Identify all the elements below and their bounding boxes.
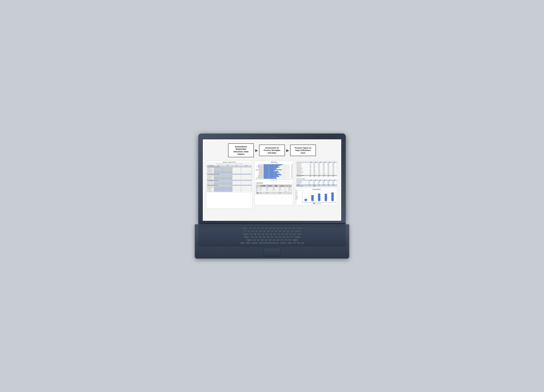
key-d[interactable]: D [259,236,262,238]
key-lbracket[interactable]: [ [289,233,292,236]
key-f3[interactable]: F3 [257,227,260,230]
key-backspace[interactable]: ← [294,230,301,233]
key-slash[interactable]: / [288,239,292,241]
key-r[interactable]: R [261,233,265,236]
key-s[interactable]: S [254,236,258,238]
chart-legend: Cash Flow Savings [298,203,336,204]
key-4[interactable]: 4 [259,230,262,233]
key-opt-right[interactable]: opt [287,242,292,244]
key-0[interactable]: 0 [283,230,286,233]
key-backtick[interactable]: ` [243,230,246,233]
key-2[interactable]: 2 [251,230,254,233]
key-f2[interactable]: F2 [253,227,256,230]
key-f1[interactable]: F1 [249,227,252,230]
maturity-row: Internal Solutions of Scheduling3.00 [255,170,292,171]
key-comma[interactable]: , [280,239,284,241]
doc1-preview: Operations / Logistics Practices Assessm… [206,161,252,209]
key-arrow-right[interactable]: → [301,242,304,244]
key-g[interactable]: G [266,236,270,238]
key-cmd-right[interactable]: ⌘ [280,242,287,244]
key-arrow-left[interactable]: ← [293,242,296,244]
key-q[interactable]: Q [249,233,253,236]
table-row: Other Ownership Costs(2)(23)(23)(34)(47)… [296,169,337,170]
key-v[interactable]: V [265,239,268,241]
key-5[interactable]: 5 [263,230,266,233]
key-rbracket[interactable]: ] [293,233,296,236]
key-a[interactable]: A [251,236,254,238]
table-row: Procurement [207,190,252,191]
table-row: Gain/Loss on Sale(12)(60)(63)(58)(43)(23… [296,164,337,165]
key-esc[interactable]: esc [241,227,248,230]
key-quote[interactable]: ' [290,236,293,238]
legend-box [313,203,315,204]
key-f12[interactable]: F12 [292,227,296,230]
key-h[interactable]: H [270,236,274,238]
table-row: Impact on Operating Income4081,0801,2941… [296,175,337,176]
key-1[interactable]: 1 [247,230,250,233]
key-enter[interactable]: enter [294,236,301,238]
key-space[interactable] [259,242,279,244]
key-caps[interactable]: caps [243,236,250,238]
key-l[interactable]: L [282,236,285,238]
capability-section: Capability Maturity Technology Alignment… [255,182,292,195]
camera-dot-right [275,137,276,138]
key-arrow-updown[interactable]: ↑↓ [297,242,300,244]
key-f5[interactable]: F5 [265,227,268,230]
key-w[interactable]: W [254,233,257,236]
key-6[interactable]: 6 [267,230,270,233]
key-ctrl[interactable]: ctrl [240,242,245,244]
maturity-row: Vendor/Carrier Management3.20 [255,177,292,178]
key-tab[interactable]: tab [242,233,249,236]
key-shift-left[interactable]: shift [246,239,252,241]
key-x[interactable]: X [257,239,260,241]
key-e[interactable]: E [257,233,261,236]
key-f7[interactable]: F7 [272,227,276,230]
step2-box: Assessment of Process Strengths and Gaps [259,144,285,156]
table-row: KPI Tracking [207,189,252,190]
key-f8[interactable]: F8 [276,227,280,230]
table-row: Calibration & Repair Costs(20)(86)(139)(… [296,168,337,169]
key-n[interactable]: N [272,239,276,241]
key-f11[interactable]: F11 [288,227,292,230]
key-backslash[interactable]: \ [297,233,302,236]
key-y[interactable]: Y [269,233,273,236]
key-f10[interactable]: F10 [284,227,288,230]
key-p[interactable]: P [285,233,289,236]
table-row: Operations / Logistics Practices [207,185,252,186]
key-minus[interactable]: - [286,230,290,233]
key-t[interactable]: T [265,233,269,236]
key-u[interactable]: U [273,233,277,236]
key-del[interactable]: del [296,227,303,230]
key-cmd-left[interactable]: ⌘ [251,242,258,244]
maturity-row: Tech Product Development3.40 [255,168,292,168]
key-z[interactable]: Z [253,239,256,241]
arrow2: ▶ [286,148,289,152]
touchpad[interactable] [263,248,281,256]
key-period[interactable]: . [284,239,288,241]
key-equals[interactable]: = [290,230,294,233]
key-9[interactable]: 9 [278,230,282,233]
key-shift-right[interactable]: shift [292,239,298,241]
key-opt[interactable]: opt [246,242,251,244]
table-row: Replenishment Logic [207,182,252,184]
key-3[interactable]: 3 [255,230,258,233]
col-asis: AS IS [214,165,223,166]
key-f9[interactable]: F9 [280,227,284,230]
key-semicolon[interactable]: ; [286,236,290,238]
key-8[interactable]: 8 [275,230,278,233]
key-f4[interactable]: F4 [260,227,264,230]
key-f6[interactable]: F6 [268,227,272,230]
key-m[interactable]: M [276,239,280,241]
laptop-base: esc F1 F2 F3 F4 F5 F6 F7 F8 F9 F10 F11 F… [195,224,349,259]
table-row: Freight Management [207,187,252,189]
key-b[interactable]: B [268,239,272,241]
doc3-content: 2009 2010 2011 2012 2013 Total Depreciat… [296,161,338,206]
key-7[interactable]: 7 [271,230,274,233]
key-k[interactable]: K [278,236,282,238]
key-c[interactable]: C [260,239,264,241]
key-j[interactable]: J [274,236,278,238]
table-row: Capital Capacity812262771603291,055 [296,183,337,184]
key-o[interactable]: O [281,233,284,236]
key-f[interactable]: F [262,236,266,238]
key-i[interactable]: I [277,233,281,236]
